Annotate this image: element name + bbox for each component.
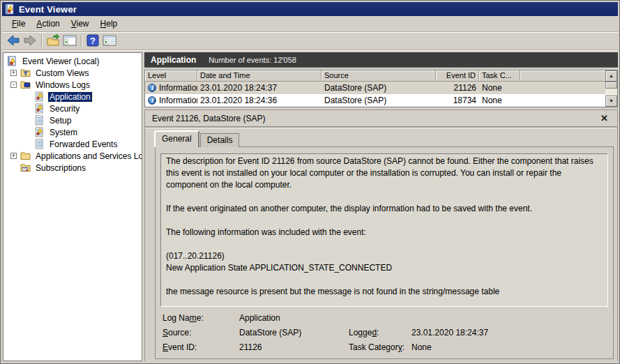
show-hide-folder-button[interactable] bbox=[45, 33, 61, 49]
titlebar[interactable]: Event Viewer bbox=[2, 2, 618, 16]
column-date-and-time[interactable]: Date and Time bbox=[197, 70, 322, 82]
detail-separator bbox=[145, 126, 617, 128]
general-tab-page: The description for Event ID 21126 from … bbox=[155, 146, 614, 359]
window-title: Event Viewer bbox=[19, 4, 77, 15]
help-button[interactable]: ? bbox=[84, 33, 101, 49]
tree-item-custom-views[interactable]: + Custom Views bbox=[3, 67, 142, 79]
tree-label: Setup bbox=[48, 116, 73, 126]
toolbar-separator bbox=[81, 35, 82, 47]
scroll-down-icon[interactable]: ▼ bbox=[605, 96, 617, 107]
console-tree-toggle-button[interactable] bbox=[61, 33, 78, 49]
field-value-task-category: None bbox=[411, 342, 608, 352]
field-value-event-id: 21126 bbox=[239, 342, 349, 352]
tree-label: Forwarded Events bbox=[48, 139, 119, 149]
scrollbar-thumb[interactable] bbox=[605, 82, 617, 89]
event-list-header: Level Date and Time Source Event ID Task… bbox=[145, 70, 617, 82]
task-cell: None bbox=[479, 94, 520, 107]
close-icon[interactable]: ✕ bbox=[598, 113, 610, 123]
result-header: Application Number of events: 12'058 bbox=[144, 52, 618, 68]
menu-view[interactable]: View bbox=[66, 17, 95, 31]
event-viewer-icon bbox=[4, 3, 15, 15]
folder-monitor-icon bbox=[20, 79, 31, 90]
tree-item-subscriptions[interactable]: Subscriptions bbox=[3, 162, 142, 174]
field-label-task-category: Task Category: bbox=[349, 342, 411, 352]
tree-item-event-viewer-local[interactable]: Event Viewer (Local) bbox=[3, 55, 142, 67]
field-label-source: Source: bbox=[162, 328, 239, 338]
tree-item-forwarded-events[interactable]: Forwarded Events bbox=[3, 138, 142, 150]
field-value-log-name: Application bbox=[239, 313, 349, 323]
tree-item-application[interactable]: Application bbox=[3, 91, 142, 103]
event-log-icon bbox=[34, 91, 45, 102]
source-cell: DataStore (SAP) bbox=[322, 82, 436, 94]
console-tree: Event Viewer (Local) + Custom Views - bbox=[3, 52, 142, 361]
tab-general[interactable]: General bbox=[155, 131, 199, 147]
column-level[interactable]: Level bbox=[145, 70, 197, 82]
action-pane-toggle-button[interactable] bbox=[101, 33, 118, 49]
menubar: File Action View Help bbox=[2, 16, 618, 32]
tree-item-windows-logs[interactable]: - Windows Logs bbox=[3, 79, 142, 91]
menu-help[interactable]: Help bbox=[95, 17, 123, 31]
event-log-icon bbox=[34, 127, 45, 137]
tree-item-setup[interactable]: Setup bbox=[3, 114, 142, 126]
help-icon: ? bbox=[86, 33, 100, 50]
column-source[interactable]: Source bbox=[322, 70, 436, 82]
field-value-keywords: Classic bbox=[411, 357, 608, 359]
scroll-up-icon[interactable]: ▲ bbox=[605, 70, 617, 82]
field-label-logged: Logged: bbox=[349, 328, 411, 338]
event-id-cell: 18734 bbox=[436, 94, 479, 107]
detail-tabs: General Details bbox=[155, 131, 241, 147]
tree-item-applications-services-logs[interactable]: + Applications and Services Logs bbox=[3, 150, 142, 162]
menu-file[interactable]: File bbox=[6, 17, 31, 31]
event-row[interactable]: iInformation 23.01.2020 18:24:36 DataSto… bbox=[145, 94, 617, 107]
tree-label: System bbox=[48, 128, 79, 137]
forward-button[interactable] bbox=[22, 33, 38, 49]
forward-arrow-icon bbox=[23, 33, 37, 50]
subscriptions-icon bbox=[20, 162, 31, 173]
action-pane-window-icon bbox=[103, 34, 116, 49]
event-description[interactable]: The description for Event ID 21126 from … bbox=[160, 153, 608, 307]
back-button[interactable] bbox=[5, 33, 22, 49]
toolbar-separator bbox=[41, 35, 42, 47]
filler-cell bbox=[520, 82, 617, 94]
tree-label: Subscriptions bbox=[34, 163, 87, 173]
detail-title-bar: Event 21126, DataStore (SAP) ✕ bbox=[145, 110, 617, 126]
console-tree-window-icon bbox=[63, 34, 77, 49]
column-task-category[interactable]: Task C... bbox=[479, 70, 520, 82]
plain-log-icon bbox=[34, 139, 45, 149]
source-cell: DataStore (SAP) bbox=[322, 94, 436, 107]
field-value-logged: 23.01.2020 18:24:37 bbox=[411, 328, 608, 338]
event-viewer-window: Event Viewer File Action View Help bbox=[0, 0, 620, 364]
column-filler bbox=[520, 70, 617, 82]
event-row[interactable]: iInformation 23.01.2020 18:24:37 DataSto… bbox=[145, 82, 617, 94]
tree-label: Security bbox=[48, 104, 81, 114]
log-name-heading: Application bbox=[151, 55, 196, 65]
tree-label: Windows Logs bbox=[34, 80, 91, 90]
task-cell: None bbox=[479, 82, 520, 94]
back-arrow-icon bbox=[6, 33, 20, 50]
tree-item-security[interactable]: Security bbox=[3, 103, 142, 114]
event-list-scrollbar[interactable]: ▲ ▼ bbox=[605, 70, 617, 107]
detail-title: Event 21126, DataStore (SAP) bbox=[152, 114, 598, 123]
datetime-cell: 23.01.2020 18:24:36 bbox=[197, 94, 322, 107]
column-event-id[interactable]: Event ID bbox=[436, 70, 479, 82]
field-label-level: Level: bbox=[162, 357, 239, 359]
content-area: Event Viewer (Local) + Custom Views - bbox=[2, 50, 618, 362]
tab-details[interactable]: Details bbox=[200, 133, 240, 147]
event-fields: Log Name: Application Source: DataStore … bbox=[162, 310, 608, 358]
folder-icon bbox=[20, 151, 31, 161]
field-value-source: DataStore (SAP) bbox=[239, 328, 349, 338]
tree-label: Application bbox=[48, 92, 92, 102]
level-cell: iInformation bbox=[145, 94, 197, 107]
tree-label: Custom Views bbox=[34, 68, 90, 78]
menu-action[interactable]: Action bbox=[31, 17, 65, 31]
event-id-cell: 21126 bbox=[436, 82, 479, 94]
expand-plus-icon[interactable]: + bbox=[10, 70, 17, 76]
collapse-minus-icon[interactable]: - bbox=[10, 82, 17, 88]
event-list: Level Date and Time Source Event ID Task… bbox=[144, 70, 618, 107]
level-cell: iInformation bbox=[145, 82, 197, 94]
tree-label: Applications and Services Logs bbox=[34, 151, 142, 161]
expand-plus-icon[interactable]: + bbox=[10, 153, 17, 159]
toolbar: ? bbox=[2, 33, 618, 50]
tree-item-system[interactable]: System bbox=[3, 126, 142, 138]
folder-filter-icon bbox=[20, 68, 31, 78]
